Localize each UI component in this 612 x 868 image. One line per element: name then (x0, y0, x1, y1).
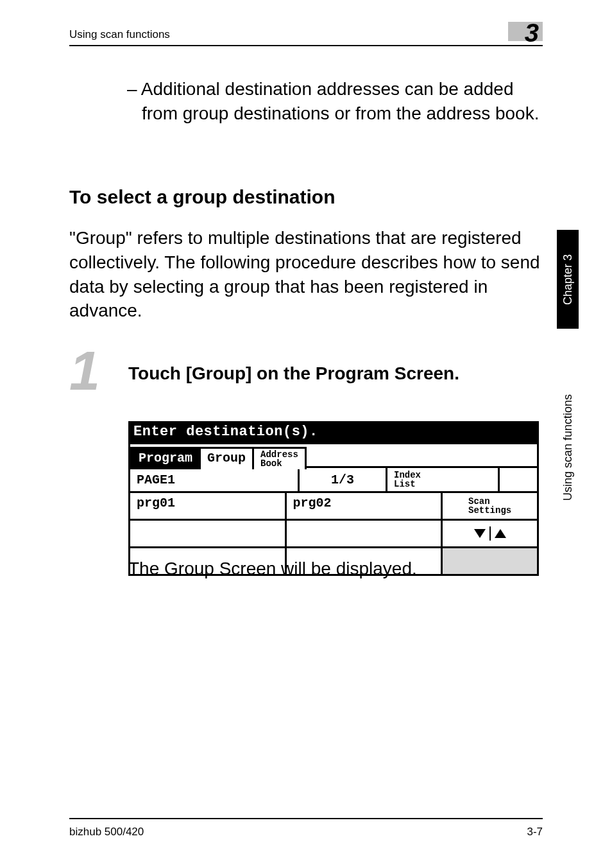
panel-entry-row-1: prg01 prg02 Scan Settings (128, 493, 539, 521)
side-section-label: Using scan functions (557, 340, 579, 501)
step-title: Touch [Group] on the Program Screen. (128, 360, 543, 385)
arrow-down-icon (474, 529, 486, 538)
page-nav-buttons[interactable] (443, 521, 537, 546)
panel-page-row: PAGE1 1/3 Index List (128, 468, 539, 493)
panel-tabs: Program Group Address Book (128, 442, 539, 468)
header-chapter-badge: 3 (508, 22, 543, 41)
program-entry-2[interactable]: prg02 (287, 493, 443, 519)
header-section-title: Using scan functions (69, 28, 170, 41)
header-rule (69, 45, 543, 46)
tab-program[interactable]: Program (130, 447, 201, 469)
footer-page-number: 3-7 (527, 826, 543, 838)
program-entry-3[interactable] (130, 521, 287, 546)
tab-address-book[interactable]: Address Book (252, 447, 307, 469)
step-result-caption: The Group Screen will be displayed. (128, 559, 543, 579)
header-chapter-number: 3 (525, 19, 539, 48)
scan-settings-button[interactable]: Scan Settings (443, 493, 537, 519)
index-list-line2: List (394, 479, 416, 489)
step-number: 1 (69, 343, 100, 398)
program-entry-4[interactable] (287, 521, 443, 546)
program-entry-1[interactable]: prg01 (130, 493, 287, 519)
panel-page-count: 1/3 (300, 468, 387, 491)
nav-separator (489, 526, 491, 541)
index-list-button[interactable]: Index List (387, 468, 500, 491)
side-chapter-tab: Chapter 3 (557, 230, 579, 329)
panel-page-label: PAGE1 (130, 468, 300, 491)
scan-settings-line2: Settings (468, 505, 511, 516)
bullet-continuation: – Additional destination addresses can b… (127, 77, 543, 126)
section-heading: To select a group destination (69, 186, 543, 208)
footer-rule (69, 818, 543, 819)
section-paragraph: "Group" refers to multiple destinations … (69, 226, 543, 323)
device-panel-screenshot: Enter destination(s). Program Group Addr… (128, 421, 539, 576)
tab-group[interactable]: Group (199, 447, 254, 469)
panel-title: Enter destination(s). (128, 421, 539, 442)
footer-model: bizhub 500/420 (69, 826, 144, 838)
tab-address-book-line2: Book (260, 458, 282, 469)
arrow-up-icon (495, 529, 506, 538)
panel-entry-row-2 (128, 521, 539, 548)
